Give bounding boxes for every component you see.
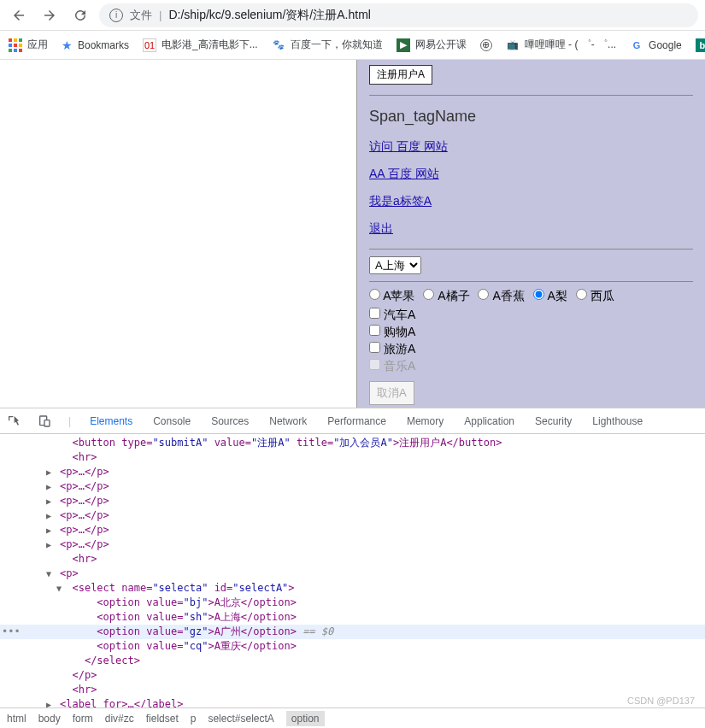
bm-baidu[interactable]: 🐾百度一下，你就知道 xyxy=(272,38,383,52)
link-baidu-1[interactable]: 访问 百度 网站 xyxy=(369,139,448,153)
reload-button[interactable] xyxy=(68,3,92,27)
tab-console[interactable]: Console xyxy=(151,415,192,427)
form-panel: 注册用户A Span_tagName 访问 百度 网站 AA 百度 网站 我是a… xyxy=(356,60,705,408)
svg-rect-1 xyxy=(44,420,50,426)
watermark: CSDN @PD137 xyxy=(627,696,695,706)
crumb-p[interactable]: p xyxy=(191,713,197,725)
bookmarks-bar: 应用 ★Bookmarks 01电影港_高清电影下... 🐾百度一下，你就知道 … xyxy=(0,31,705,60)
elements-breadcrumb: html body form div#zc fieldset p select#… xyxy=(0,707,705,728)
radio-pear[interactable]: A梨 xyxy=(533,289,567,302)
bm-bilibili[interactable]: 📺嗶哩嗶哩 - ( ゜- ゜... xyxy=(506,38,616,52)
tab-security[interactable]: Security xyxy=(533,415,573,427)
browser-toolbar: i 文件 | D:/ship/kc/9.selenium/资料/注册A.html xyxy=(0,0,705,31)
radio-watermelon[interactable]: 西瓜 xyxy=(576,289,614,302)
paw-icon: 🐾 xyxy=(272,38,285,52)
link-a-tag[interactable]: 我是a标签A xyxy=(369,194,432,208)
bm-google[interactable]: GGoogle xyxy=(630,38,682,52)
crumb-option[interactable]: option xyxy=(286,711,325,726)
star-icon: ★ xyxy=(62,38,73,52)
hobby-checks: 汽车A 购物A 旅游A 音乐A xyxy=(369,308,693,374)
tab-sources[interactable]: Sources xyxy=(209,415,250,427)
devtools-tabs: | Elements Console Sources Network Perfo… xyxy=(0,408,705,434)
bm-movie[interactable]: 01电影港_高清电影下... xyxy=(143,38,258,52)
crumb-select[interactable]: select#selectA xyxy=(208,713,273,725)
back-button[interactable] xyxy=(7,3,31,27)
info-icon: i xyxy=(109,9,123,22)
bm-globe[interactable]: ⊕ xyxy=(480,39,492,51)
cancel-button[interactable]: 取消A xyxy=(369,381,414,405)
globe-icon: ⊕ xyxy=(480,39,492,51)
bm-netease[interactable]: ▶网易公开课 xyxy=(397,38,467,52)
register-button[interactable]: 注册用户A xyxy=(369,65,432,85)
span-tagname-heading: Span_tagName xyxy=(369,108,693,126)
radio-apple[interactable]: A苹果 xyxy=(369,289,414,302)
bm-bing[interactable]: b xyxy=(696,38,705,52)
tab-performance[interactable]: Performance xyxy=(326,415,388,427)
crumb-div[interactable]: div#zc xyxy=(105,713,134,725)
crumb-html[interactable]: html xyxy=(7,713,26,725)
tab-application[interactable]: Application xyxy=(462,415,516,427)
radio-banana[interactable]: A香蕉 xyxy=(478,289,524,302)
check-shopping[interactable]: 购物A xyxy=(369,325,693,340)
bookmarks-link[interactable]: ★Bookmarks xyxy=(62,38,129,52)
devtools-panel: | Elements Console Sources Network Perfo… xyxy=(0,408,705,728)
crumb-fieldset[interactable]: fieldset xyxy=(146,713,179,725)
tab-network[interactable]: Network xyxy=(267,415,308,427)
apps-icon xyxy=(9,38,22,52)
tab-memory[interactable]: Memory xyxy=(405,415,445,427)
tab-elements[interactable]: Elements xyxy=(88,415,134,427)
radio-orange[interactable]: A橘子 xyxy=(423,289,469,302)
elements-tree[interactable]: <button type="submitA" value="注册A" title… xyxy=(0,434,705,707)
inspect-icon[interactable] xyxy=(7,414,21,428)
crumb-form[interactable]: form xyxy=(73,713,93,725)
device-icon[interactable] xyxy=(38,414,51,428)
check-music[interactable]: 音乐A xyxy=(369,359,693,374)
crumb-body[interactable]: body xyxy=(38,713,61,725)
check-car[interactable]: 汽车A xyxy=(369,308,693,323)
link-exit[interactable]: 退出 xyxy=(369,221,393,235)
address-bar[interactable]: i 文件 | D:/ship/kc/9.selenium/资料/注册A.html xyxy=(99,3,698,27)
apps-button[interactable]: 应用 xyxy=(9,38,48,52)
tab-lighthouse[interactable]: Lighthouse xyxy=(590,415,644,427)
file-label: 文件 xyxy=(130,8,152,23)
check-travel[interactable]: 旅游A xyxy=(369,342,693,357)
forward-button[interactable] xyxy=(38,3,62,27)
link-baidu-2[interactable]: AA 百度 网站 xyxy=(369,167,439,180)
page-viewport: 注册用户A Span_tagName 访问 百度 网站 AA 百度 网站 我是a… xyxy=(0,60,705,408)
fruit-radios: A苹果 A橘子 A香蕉 A梨 西瓜 xyxy=(369,289,693,304)
city-select[interactable]: A上海 xyxy=(369,256,421,274)
left-pane xyxy=(0,60,356,408)
url-text: D:/ship/kc/9.selenium/资料/注册A.html xyxy=(168,8,371,23)
